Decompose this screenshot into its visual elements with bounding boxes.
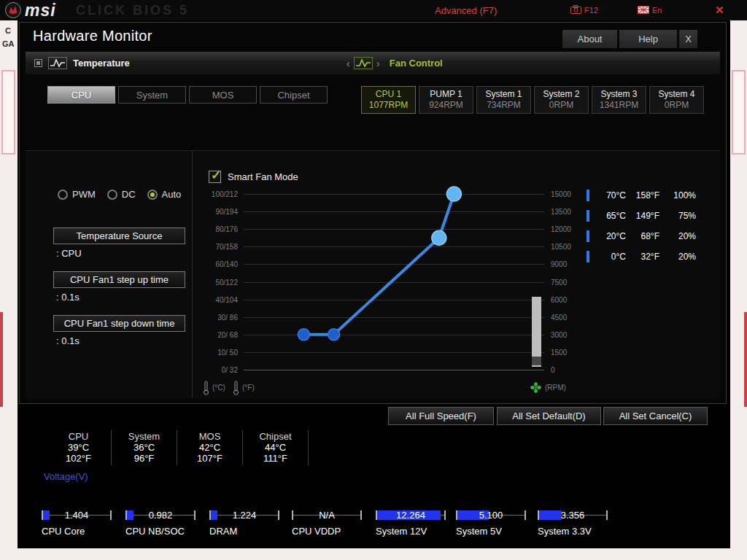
- y-axis-right-tick: 4500: [551, 313, 567, 321]
- fan-curve-point[interactable]: [432, 230, 446, 245]
- y-axis-left-tick: 20/ 68: [217, 330, 238, 338]
- voltage-value: 12.264: [377, 510, 444, 520]
- temp-name: System: [112, 431, 177, 442]
- legend-percent: 100%: [659, 190, 696, 201]
- y-axis-right-labels: 1500013500120001050090007500600045003000…: [548, 194, 581, 370]
- advanced-mode-label[interactable]: Advanced (F7): [435, 0, 497, 20]
- fan-curve-point[interactable]: [298, 329, 309, 341]
- temperature-section-label[interactable]: Temperature: [73, 58, 130, 69]
- about-button[interactable]: About: [562, 30, 617, 48]
- window-close-button[interactable]: X: [679, 30, 697, 48]
- fan-control-section: Fan Control: [343, 57, 443, 69]
- mode-label: Auto: [162, 189, 182, 200]
- fan-curve-plot: [244, 194, 544, 370]
- fan-tab-label: System 1: [485, 89, 522, 100]
- fan-curve-legend: 70°C 158°F 100% 65°C 149°F 75% 20°: [587, 185, 714, 267]
- temp-readout-system: System 36°C 96°F: [112, 430, 177, 465]
- y-axis-left-tick: 100/212: [212, 190, 238, 198]
- fan-chart-icon: [354, 57, 373, 69]
- fan-curve-line: [303, 194, 454, 335]
- y-axis-right-tick: 9000: [551, 260, 567, 268]
- y-axis-left-tick: 0/ 32: [222, 366, 238, 374]
- voltage-readout-cpu-nb-soc: 0.982 CPU NB/SOC: [125, 510, 203, 538]
- step-up-time-button[interactable]: CPU Fan1 step up time: [53, 271, 185, 288]
- smart-fan-checkbox[interactable]: [209, 171, 221, 183]
- fan-tab-cpu1[interactable]: CPU 1 1077RPM: [361, 86, 416, 114]
- legend-bar-icon: [587, 230, 589, 242]
- y-axis-left-tick: 40/104: [215, 295, 238, 303]
- language-selector[interactable]: En: [638, 0, 662, 20]
- background-edge-text: C: [5, 26, 11, 35]
- fan-control-section-label[interactable]: Fan Control: [390, 58, 443, 69]
- mode-label: DC: [122, 189, 136, 200]
- background-panel-fragment: [1, 70, 15, 155]
- fan-curve-point[interactable]: [328, 329, 340, 341]
- temp-readout-mos: MOS 42°C 107°F: [177, 430, 243, 465]
- legend-percent: 20%: [659, 252, 696, 262]
- pwm-radio-icon: [58, 190, 68, 200]
- voltage-name: CPU NB/SOC: [125, 526, 185, 537]
- mode-auto[interactable]: Auto: [147, 189, 182, 200]
- fan-tab-system2[interactable]: System 2 0RPM: [534, 86, 589, 114]
- voltage-readout-system-3-3v: 3.356 System 3.3V: [538, 510, 615, 538]
- chevron-left-icon[interactable]: [343, 57, 354, 69]
- temperature-source-button[interactable]: Temperature Source: [53, 228, 185, 244]
- step-down-time-button[interactable]: CPU Fan1 step down time: [53, 315, 185, 332]
- voltage-gauge: 12.264: [376, 510, 446, 520]
- temp-celsius: 39°C: [46, 442, 111, 453]
- language-label: En: [652, 6, 662, 15]
- chevron-right-icon[interactable]: [373, 57, 384, 69]
- fan-mode-options: PWM DC Auto: [58, 189, 181, 200]
- temp-tab-mos[interactable]: MOS: [189, 86, 257, 104]
- fan-control-content: PWM DC Auto Temperature Source : CPU: [26, 150, 720, 398]
- screenshot-hotkey[interactable]: F12: [570, 0, 598, 20]
- msi-brand-text: msi: [25, 0, 56, 20]
- collapse-icon[interactable]: [34, 59, 42, 67]
- fan-tab-rpm: 734RPM: [487, 100, 521, 111]
- fan-tab-label: CPU 1: [376, 89, 401, 100]
- fan-tab-pump1[interactable]: PUMP 1 924RPM: [419, 86, 473, 114]
- hardware-monitor-overlay: Hardware Monitor About Help X Temperatur…: [18, 20, 730, 548]
- slider-thumb[interactable]: [532, 357, 541, 365]
- y-axis-right-tick: 12000: [551, 225, 571, 233]
- mode-dc[interactable]: DC: [107, 189, 136, 200]
- fan-icon: [530, 382, 541, 396]
- legend-bar-icon: [587, 190, 589, 201]
- all-full-speed-button[interactable]: All Full Speed(F): [388, 407, 494, 425]
- section-tab-strip: Temperature Fan Control: [26, 52, 720, 74]
- all-set-default-button[interactable]: All Set Default(D): [497, 407, 601, 425]
- temp-fahrenheit: 107°F: [177, 453, 242, 464]
- voltage-name: System 12V: [376, 526, 427, 537]
- fan-tab-label: System 2: [543, 89, 579, 100]
- all-set-cancel-button[interactable]: All Set Cancel(C): [603, 407, 708, 425]
- temp-tab-cpu[interactable]: CPU: [47, 86, 115, 104]
- mode-pwm[interactable]: PWM: [58, 189, 96, 200]
- voltage-gauge: 5.100: [456, 510, 526, 520]
- legend-bar-icon: [587, 210, 589, 222]
- thermometer-fahrenheit-icon[interactable]: [233, 381, 239, 398]
- fan-curve-point[interactable]: [446, 187, 461, 201]
- bios-screen: C GA msi CLICK BIOS 5 Advanced (F7) F12 …: [0, 0, 747, 560]
- fahrenheit-unit-label: (°F): [242, 381, 255, 395]
- voltage-value: 0.982: [127, 510, 194, 520]
- temperature-chart-icon: [48, 57, 67, 69]
- fan-tab-system4[interactable]: System 4 0RPM: [649, 86, 704, 114]
- thermometer-celsius-icon[interactable]: [203, 381, 209, 398]
- help-button[interactable]: Help: [619, 30, 677, 48]
- fan-tab-system3[interactable]: System 3 1341RPM: [592, 86, 646, 114]
- fan-tab-system1[interactable]: System 1 734RPM: [476, 86, 531, 114]
- legend-celsius: 70°C: [597, 190, 626, 201]
- temp-tab-system[interactable]: System: [118, 86, 186, 104]
- auto-radio-icon: [147, 190, 158, 200]
- voltage-name: System 3.3V: [538, 526, 592, 537]
- temp-tab-chipset[interactable]: Chipset: [260, 86, 328, 104]
- bios-close-button[interactable]: ✕: [715, 0, 724, 20]
- legend-celsius: 65°C: [597, 211, 626, 221]
- voltage-readout-system-5v: 5.100 System 5V: [456, 510, 533, 538]
- temp-celsius: 36°C: [112, 442, 177, 453]
- dc-radio-icon: [107, 190, 117, 200]
- smart-fan-mode: Smart Fan Mode: [209, 171, 298, 183]
- fan-speed-slider[interactable]: [532, 297, 541, 367]
- y-axis-left-tick: 90/194: [215, 208, 238, 216]
- voltage-gauge: 0.982: [125, 510, 196, 520]
